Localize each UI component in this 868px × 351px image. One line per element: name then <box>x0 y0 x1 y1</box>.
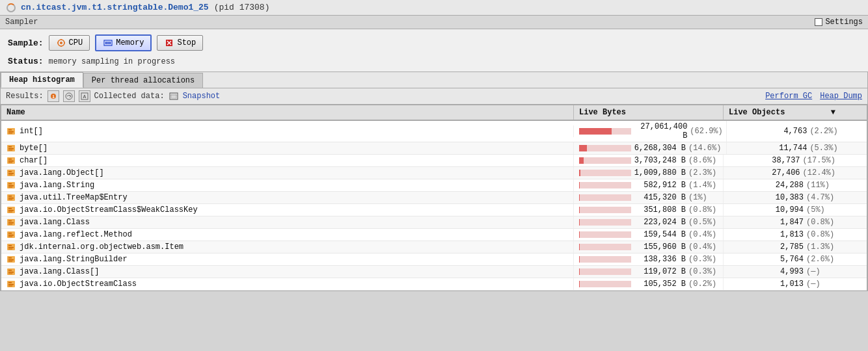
memory-icon <box>103 38 113 48</box>
bytes-bar <box>579 256 631 263</box>
bytes-value: 6,268,304 B <box>634 144 686 153</box>
obj-pct: (11%) <box>806 181 835 190</box>
obj-value: 4,763 <box>778 127 807 136</box>
class-icon <box>7 242 16 252</box>
tab-heap-histogram[interactable]: Heap histogram <box>1 72 83 88</box>
svg-rect-47 <box>8 210 14 211</box>
stop-button[interactable]: Stop <box>157 35 203 51</box>
table-row[interactable]: java.lang.reflect.Method 159,544 B (0.4%… <box>1 229 867 241</box>
svg-rect-67 <box>8 272 14 273</box>
heap-dump-button[interactable]: Heap Dump <box>820 92 862 101</box>
svg-rect-48 <box>8 212 12 213</box>
table-row[interactable]: java.lang.String 582,912 B (1.4%) 24,288… <box>1 179 867 192</box>
cell-name: java.io.ObjectStreamClass <box>1 278 574 290</box>
svg-rect-72 <box>8 286 12 287</box>
obj-value: 27,406 <box>771 168 800 177</box>
table-row[interactable]: byte[] 6,268,304 B (14.6%) 11,744 (5.3%) <box>1 142 867 155</box>
settings-label[interactable]: Settings <box>825 18 863 27</box>
svg-rect-56 <box>8 237 12 237</box>
bytes-bar-fill <box>579 182 580 188</box>
obj-value: 11,744 <box>778 144 807 153</box>
cell-live-objects: 10,994 (5%) <box>724 204 841 216</box>
cell-live-bytes: 119,072 B (0.3%) <box>574 266 724 278</box>
app-title: cn.itcast.jvm.t1.stringtable.Demo1_25 <box>21 3 209 12</box>
table-row[interactable]: java.lang.Class 223,024 B (0.5%) 1,847 (… <box>1 216 867 229</box>
row-class-name: byte[] <box>20 144 47 153</box>
header-name: Name <box>1 105 574 120</box>
bytes-value: 159,544 B <box>634 230 686 239</box>
settings-area[interactable]: Settings <box>815 18 863 27</box>
cell-live-bytes: 105,352 B (0.2%) <box>574 278 724 290</box>
bytes-value: 155,960 B <box>634 242 686 252</box>
tab-per-thread[interactable]: Per thread allocations <box>83 73 203 88</box>
results-icon-2[interactable] <box>63 90 75 102</box>
sort-icon[interactable]: ▼ <box>831 108 835 117</box>
results-label: Results: <box>6 92 44 101</box>
cell-name: jdk.internal.org.objectweb.asm.Item <box>1 241 574 253</box>
row-class-name: java.util.TreeMap$Entry <box>20 193 128 202</box>
table-row[interactable]: java.lang.Class[] 119,072 B (0.3%) 4,993… <box>1 266 867 278</box>
svg-rect-44 <box>8 200 12 200</box>
table-row[interactable]: jdk.internal.org.objectweb.asm.Item 155,… <box>1 241 867 254</box>
row-class-name: java.io.ObjectStreamClass$WeakClassKey <box>20 205 198 214</box>
bytes-pct: (0.3%) <box>688 255 718 264</box>
results-left: Results: i A Collected <box>6 90 220 102</box>
table-row[interactable]: int[] 27,061,400 B (62.9%) 4,763 (2.2%) <box>1 121 867 142</box>
results-icon-3[interactable]: A <box>79 90 90 102</box>
bytes-pct: (0.2%) <box>688 280 718 289</box>
svg-point-1 <box>60 42 62 44</box>
svg-rect-58 <box>8 245 12 246</box>
table-header: Name Live Bytes Live Objects ▼ <box>1 105 867 121</box>
obj-value: 1,013 <box>774 280 804 289</box>
svg-rect-36 <box>8 175 12 176</box>
table-row[interactable]: char[] 3,703,248 B (8.6%) 38,737 (17.5%) <box>1 155 867 167</box>
settings-checkbox[interactable] <box>815 18 822 26</box>
bytes-value: 119,072 B <box>634 267 686 276</box>
bytes-pct: (0.4%) <box>688 230 718 239</box>
table-row[interactable]: java.lang.StringBuilder 138,336 B (0.3%)… <box>1 254 867 266</box>
svg-rect-31 <box>8 161 14 162</box>
svg-rect-66 <box>8 270 12 271</box>
cell-live-objects: 27,406 (12.4%) <box>724 167 841 179</box>
cell-live-objects: 1,847 (0.8%) <box>724 216 841 228</box>
bytes-bar-fill <box>579 244 580 250</box>
row-class-name: jdk.internal.org.objectweb.asm.Item <box>20 242 183 252</box>
cell-live-bytes: 27,061,400 B (62.9%) <box>574 121 727 142</box>
bytes-bar-fill <box>579 157 584 164</box>
cell-live-bytes: 223,024 B (0.5%) <box>574 216 724 228</box>
svg-rect-39 <box>8 185 14 187</box>
obj-value: 1,847 <box>774 218 804 227</box>
cell-live-bytes: 1,009,880 B (2.3%) <box>574 167 724 179</box>
class-icon <box>7 181 16 190</box>
row-class-name: char[] <box>20 156 47 165</box>
results-icon-1[interactable]: i <box>47 90 59 102</box>
table-row[interactable]: java.util.TreeMap$Entry 415,320 B (1%) 1… <box>1 192 867 204</box>
svg-rect-7 <box>105 42 107 44</box>
bytes-bar-fill <box>579 170 580 176</box>
table-row[interactable]: java.io.ObjectStreamClass 105,352 B (0.2… <box>1 278 867 291</box>
row-class-name: java.lang.Object[] <box>20 168 104 177</box>
cell-name: java.lang.Class[] <box>1 266 574 278</box>
svg-rect-42 <box>8 196 12 197</box>
snapshot-label[interactable]: Snapshot <box>183 92 221 101</box>
bytes-value: 27,061,400 B <box>634 122 687 140</box>
loading-icon <box>7 3 16 12</box>
cell-live-objects: 4,993 (—) <box>724 266 841 278</box>
table-row[interactable]: java.io.ObjectStreamClass$WeakClassKey 3… <box>1 204 867 216</box>
bytes-pct: (1%) <box>688 193 718 202</box>
cell-live-objects: 24,288 (11%) <box>724 179 841 191</box>
svg-rect-60 <box>8 249 12 250</box>
bytes-pct: (0.5%) <box>688 218 718 227</box>
top-tab-bar: Sampler Settings <box>0 16 868 29</box>
perform-gc-button[interactable]: Perform GC <box>765 92 812 101</box>
svg-rect-43 <box>8 198 14 199</box>
memory-button[interactable]: Memory <box>95 34 152 51</box>
cpu-button-label: CPU <box>69 38 83 47</box>
cell-live-bytes: 159,544 B (0.4%) <box>574 229 724 240</box>
status-label: Status: <box>8 57 44 66</box>
bytes-bar-fill <box>579 256 580 263</box>
cpu-button[interactable]: CPU <box>49 35 90 51</box>
class-icon <box>7 144 16 153</box>
cell-name: java.lang.StringBuilder <box>1 254 574 265</box>
table-row[interactable]: java.lang.Object[] 1,009,880 B (2.3%) 27… <box>1 167 867 179</box>
